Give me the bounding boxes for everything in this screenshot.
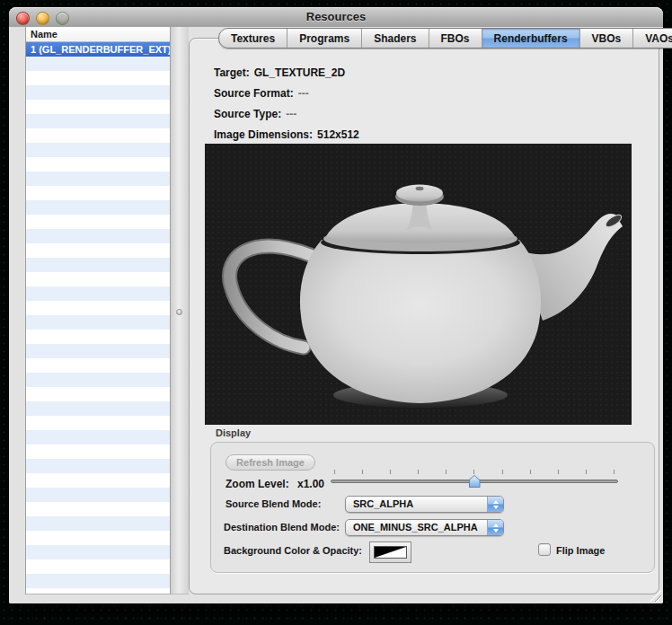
tab-renderbuffers[interactable]: Renderbuffers bbox=[482, 29, 579, 48]
texture-preview bbox=[205, 144, 632, 425]
title-bar[interactable]: Resources bbox=[9, 7, 663, 28]
name-column-header[interactable]: Name bbox=[26, 27, 170, 42]
display-group-box: Refresh Image Zoom Level: x1.00 Source B… bbox=[210, 442, 655, 573]
pane-splitter[interactable] bbox=[171, 27, 189, 594]
background-color-well[interactable] bbox=[369, 541, 411, 563]
source-blend-value: SRC_ALPHA bbox=[346, 497, 487, 512]
image-dimensions-line: Image Dimensions:512x512 bbox=[214, 125, 359, 145]
source-type-value: --- bbox=[286, 108, 296, 120]
refresh-image-button[interactable]: Refresh Image bbox=[225, 454, 315, 471]
flip-image-checkbox[interactable] bbox=[538, 543, 551, 556]
target-label: Target: bbox=[214, 66, 250, 79]
tab-fbos[interactable]: FBOs bbox=[429, 29, 482, 48]
zoom-slider[interactable] bbox=[331, 470, 618, 489]
color-swatch bbox=[374, 546, 407, 559]
popup-stepper-icon bbox=[487, 497, 503, 512]
source-type-line: Source Type:--- bbox=[214, 104, 359, 125]
image-dimensions-label: Image Dimensions: bbox=[214, 128, 313, 141]
window-title: Resources bbox=[9, 10, 663, 23]
display-section-label: Display bbox=[216, 427, 251, 438]
target-line: Target:GL_TEXTURE_2D bbox=[214, 63, 359, 84]
list-item-renderbuffer[interactable]: 1 (GL_RENDERBUFFER_EXT) bbox=[26, 42, 170, 57]
tab-bar: Textures Programs Shaders FBOs Renderbuf… bbox=[218, 28, 672, 48]
resource-list[interactable]: Name 1 (GL_RENDERBUFFER_EXT) bbox=[25, 27, 171, 594]
popup-stepper-icon bbox=[487, 520, 503, 535]
tab-vbos[interactable]: VBOs bbox=[579, 29, 633, 48]
flip-image-label: Flip Image bbox=[556, 545, 605, 556]
tab-programs[interactable]: Programs bbox=[287, 29, 361, 48]
destination-blend-popup[interactable]: ONE_MINUS_SRC_ALPHA bbox=[345, 519, 504, 536]
splitter-grip-icon[interactable] bbox=[176, 309, 182, 315]
resource-info: Target:GL_TEXTURE_2D Source Format:--- S… bbox=[214, 63, 359, 145]
destination-blend-label: Destination Blend Mode: bbox=[224, 522, 340, 533]
slider-ticks bbox=[334, 470, 615, 474]
tab-textures[interactable]: Textures bbox=[219, 29, 287, 48]
zoom-slider-thumb[interactable] bbox=[469, 475, 481, 488]
zoom-level-value: x1.00 bbox=[297, 478, 324, 490]
destination-blend-value: ONE_MINUS_SRC_ALPHA bbox=[346, 520, 487, 535]
source-blend-label: Source Blend Mode: bbox=[225, 498, 321, 509]
window-content: Name 1 (GL_RENDERBUFFER_EXT) Textures Pr… bbox=[9, 27, 663, 603]
source-blend-popup[interactable]: SRC_ALPHA bbox=[345, 496, 504, 513]
zoom-level-label: Zoom Level: bbox=[225, 478, 289, 490]
source-format-value: --- bbox=[298, 87, 309, 100]
source-format-line: Source Format:--- bbox=[214, 84, 359, 104]
resources-window: Resources Name 1 (GL_RENDERBUFFER_EXT) T… bbox=[9, 7, 663, 603]
utah-teapot-image bbox=[205, 144, 632, 425]
image-dimensions-value: 512x512 bbox=[317, 128, 359, 141]
tab-shaders[interactable]: Shaders bbox=[361, 29, 428, 48]
target-value: GL_TEXTURE_2D bbox=[254, 66, 345, 79]
tab-vaos[interactable]: VAOs bbox=[632, 29, 672, 48]
source-type-label: Source Type: bbox=[214, 108, 281, 120]
background-color-label: Background Color & Opacity: bbox=[224, 545, 362, 556]
source-format-label: Source Format: bbox=[214, 87, 294, 100]
